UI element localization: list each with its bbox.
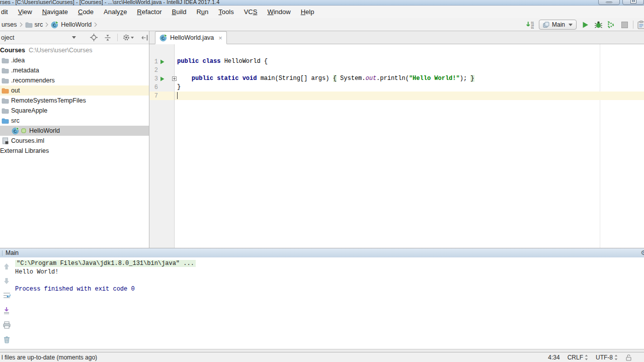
tree-item-src[interactable]: src [0, 116, 149, 126]
maximize-button[interactable] [622, 0, 644, 5]
breadcrumb-item-src[interactable]: src [24, 21, 44, 28]
breadcrumb-item-helloworld[interactable]: CHelloWorld [50, 21, 93, 29]
run-configuration-select[interactable]: Main [539, 20, 577, 30]
run-configuration-label: Main [552, 21, 565, 28]
minimize-icon [606, 2, 612, 3]
code-line-7[interactable] [175, 92, 644, 100]
project-tree: CoursesC:\Users\user\Courses.idea.metada… [0, 44, 149, 248]
menu-item-refactor[interactable]: Refactor [132, 7, 167, 17]
gear-icon[interactable]: ⚙ [640, 249, 644, 256]
run-line-icon[interactable] [158, 59, 166, 64]
tree-item-courses-iml[interactable]: Courses.iml [0, 136, 149, 146]
clipboard-icon[interactable] [637, 20, 644, 29]
up-stack-trace-icon[interactable] [2, 262, 11, 271]
gutter-line-1: 1 [149, 57, 174, 66]
code-editor[interactable]: public class HelloWorld { public static … [175, 44, 644, 248]
status-bar: l files are up-to-date (moments ago) 4:3… [0, 352, 644, 362]
update-project-icon[interactable]: 011001 [526, 20, 535, 29]
editor-gutter: 12367 [149, 44, 175, 248]
down-stack-trace-icon[interactable] [2, 277, 11, 286]
menu-item-code[interactable]: Code [73, 7, 99, 17]
code-segment: } [177, 83, 181, 90]
gutter-line-6: 6 [149, 83, 174, 92]
window-titlebar: rses - [C:\Users\user\Courses] - [Course… [0, 0, 644, 6]
hide-panel-icon[interactable] [140, 33, 149, 42]
tree-item--metadata[interactable]: .metadata [0, 65, 149, 75]
project-view-select[interactable]: oject [0, 34, 76, 41]
console-resize-strip[interactable] [0, 349, 644, 352]
scroll-to-end-icon[interactable] [2, 306, 11, 315]
close-icon[interactable]: × [218, 35, 222, 41]
menu-item-view[interactable]: View [13, 7, 37, 17]
console-tab-label: Main [6, 249, 19, 256]
gutter-line-3: 3 [149, 74, 174, 83]
fold-marker-icon[interactable] [172, 76, 177, 81]
gear-icon[interactable] [123, 33, 135, 42]
menu-item-build[interactable]: Build [167, 7, 192, 17]
folder-icon [1, 56, 10, 64]
debug-button[interactable] [594, 20, 603, 29]
collapse-all-icon[interactable] [103, 33, 112, 42]
run-toolbar: 011001 Main [526, 18, 644, 31]
tab-helloworld-java[interactable]: C HelloWorld.java × [155, 31, 227, 44]
tree-item-external-libraries[interactable]: External Libraries [0, 146, 149, 156]
code-line-2[interactable] [175, 66, 644, 74]
toolbar-separator [633, 21, 633, 29]
console-text-stdout: Hello World! [15, 268, 58, 276]
menu-item-tools[interactable]: Tools [213, 7, 238, 17]
class-icon: C [159, 34, 168, 42]
tree-item--idea[interactable]: .idea [0, 55, 149, 65]
caret-position-widget[interactable]: 4:34 [548, 354, 559, 361]
tree-item-helloworld[interactable]: CHelloWorld [0, 126, 149, 136]
minimize-button[interactable] [598, 0, 620, 5]
code-segment: { [333, 75, 337, 82]
toolbar-separator [117, 34, 118, 41]
run-tool-window: Main ⚙ "C:\Program Files\Java\jdk1.8.0_1… [0, 248, 644, 352]
console-text-system: Process finished with exit code 0 [15, 286, 135, 293]
coverage-button[interactable] [607, 20, 616, 29]
project-view-label: oject [1, 34, 14, 41]
scroll-from-source-icon[interactable] [89, 33, 98, 42]
soft-wrap-icon[interactable] [2, 291, 11, 300]
module-file-icon [1, 137, 10, 145]
code-segment: System. [337, 75, 366, 82]
tree-item-squareapple[interactable]: SquareApple [0, 106, 149, 116]
clear-all-icon[interactable] [2, 335, 11, 344]
folder-icon [1, 66, 10, 74]
chevron-right-icon [18, 22, 24, 27]
menu-item-vcs[interactable]: VCS [239, 7, 263, 17]
line-separator-widget[interactable]: CRLF [568, 354, 588, 361]
editor-body: 12367 public class HelloWorld { public s… [149, 44, 644, 248]
main-area: oject CoursesC:\Users\user\Courses.idea.… [0, 31, 644, 248]
menu-item-analyze[interactable]: Analyze [99, 7, 132, 17]
run-line-icon[interactable] [158, 76, 166, 81]
menu-item-help[interactable]: Help [296, 7, 319, 17]
menu-item-dit[interactable]: dit [0, 7, 13, 17]
stop-button[interactable] [620, 20, 629, 29]
breadcrumb-item-urses[interactable]: urses [1, 21, 18, 28]
print-icon[interactable] [2, 320, 11, 329]
code-line-6[interactable]: } [175, 83, 644, 92]
project-panel: oject CoursesC:\Users\user\Courses.idea.… [0, 31, 149, 248]
run-button[interactable] [581, 20, 590, 29]
console-line: Hello World! [15, 268, 644, 277]
console-header[interactable]: Main ⚙ [0, 248, 644, 257]
menu-item-run[interactable]: Run [191, 7, 213, 17]
code-line-1[interactable]: public class HelloWorld { [175, 57, 644, 66]
tree-item-remotesystemstempfiles[interactable]: RemoteSystemsTempFiles [0, 96, 149, 106]
console-output[interactable]: "C:\Program Files\Java\jdk1.8.0_131\bin\… [13, 257, 644, 349]
scope-marker-icon [21, 128, 27, 133]
tree-item-label: HelloWorld [29, 127, 60, 134]
menu-item-navigate[interactable]: Navigate [37, 7, 73, 17]
code-segment: .println( [376, 75, 409, 82]
encoding-widget[interactable]: UTF-8 [596, 354, 618, 361]
breadcrumb-label: HelloWorld [61, 21, 92, 28]
code-line-3[interactable]: public static void main(String[] args) {… [175, 74, 644, 83]
code-segment: ); [460, 75, 471, 82]
tree-item-courses[interactable]: CoursesC:\Users\user\Courses [0, 45, 149, 55]
lock-icon[interactable] [625, 354, 632, 361]
menu-item-window[interactable]: Window [262, 7, 295, 17]
tree-item--recommenders[interactable]: .recommenders [0, 75, 149, 85]
breadcrumb-label: urses [2, 21, 17, 28]
tree-item-out[interactable]: out [0, 85, 149, 96]
